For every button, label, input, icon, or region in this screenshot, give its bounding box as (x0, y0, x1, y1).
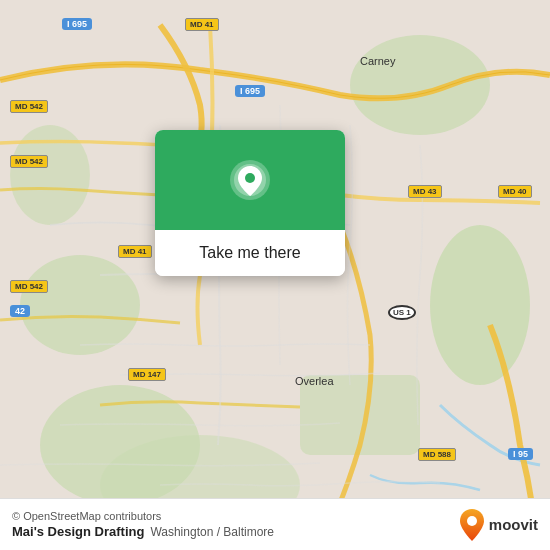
bottom-bar: © OpenStreetMap contributors Mai's Desig… (0, 498, 550, 550)
svg-point-3 (350, 35, 490, 135)
svg-point-11 (467, 516, 477, 526)
copyright-text: © OpenStreetMap contributors (12, 510, 458, 522)
popup-card: Take me there (155, 130, 345, 276)
moovit-logo: moovit (458, 509, 538, 541)
map-container: I 695 I 695 MD 41 MD 41 MD 542 MD 542 MD… (0, 0, 550, 550)
popup-header (155, 130, 345, 230)
moovit-icon (458, 509, 486, 541)
moovit-brand-name: moovit (489, 516, 538, 533)
svg-point-1 (20, 255, 140, 355)
svg-point-10 (245, 173, 255, 183)
svg-point-4 (430, 225, 530, 385)
location-region: Washington / Baltimore (150, 525, 274, 539)
location-pin-icon (228, 158, 272, 202)
location-name: Mai's Design Drafting (12, 524, 144, 539)
take-me-there-button[interactable]: Take me there (155, 230, 345, 276)
